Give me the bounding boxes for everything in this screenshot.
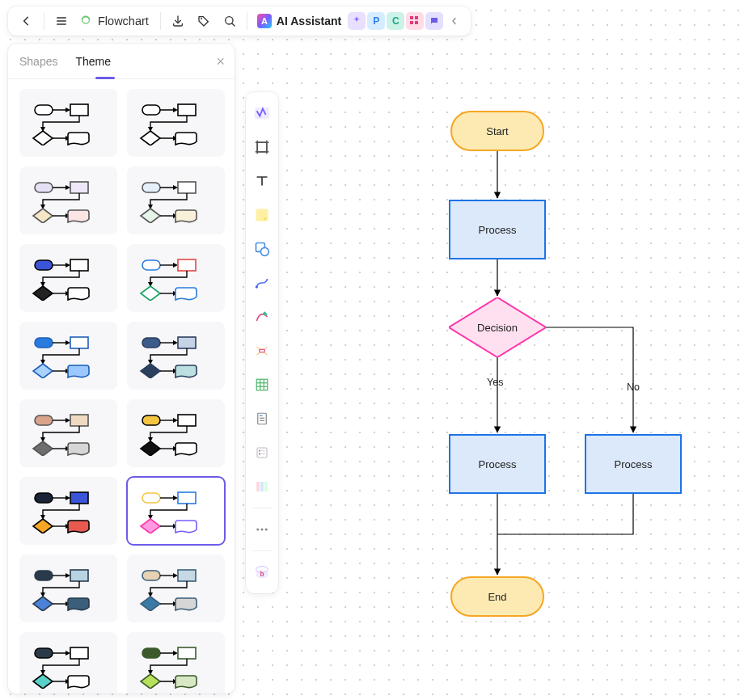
node-process-yes[interactable]: Process: [449, 434, 546, 494]
node-label: Process: [615, 458, 653, 470]
node-decision[interactable]: Decision: [449, 297, 546, 357]
node-label: Decision: [477, 322, 518, 334]
node-label: End: [488, 591, 506, 603]
flow-edges: [0, 0, 744, 700]
node-process-no[interactable]: Process: [585, 434, 682, 494]
node-label: Start: [486, 125, 508, 137]
node-label: Process: [479, 224, 517, 236]
node-label: Process: [479, 458, 517, 470]
node-end[interactable]: End: [450, 576, 544, 617]
node-process-1[interactable]: Process: [449, 200, 546, 259]
node-start[interactable]: Start: [450, 111, 544, 151]
